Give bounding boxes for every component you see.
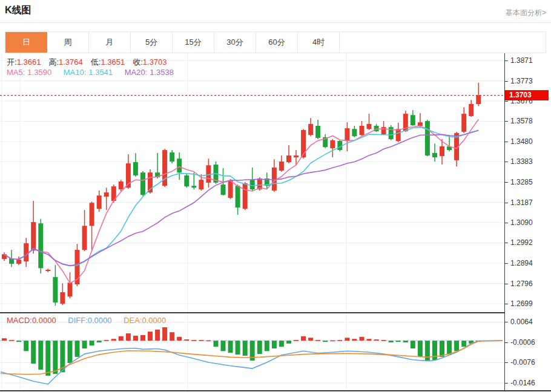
tab-60分[interactable]: 60分 [256,32,298,53]
macd-bar [367,339,372,341]
candle [243,182,248,210]
macd-bar [425,341,430,361]
ma5-label: MA5: [7,68,25,77]
macd-bar [111,339,116,341]
candle [133,153,138,177]
macd-bar [206,341,211,342]
axis-tick [505,304,508,304]
candle [272,159,277,192]
page-header: K线图 基本面分析> [0,0,551,22]
ma20-value: 1.3538 [150,68,174,77]
candle [315,120,320,139]
candle [447,135,452,151]
candle [31,201,36,253]
macd-bar [31,341,36,364]
macd-bar [16,341,21,342]
diff-label: DIFF: [68,316,88,325]
axis-tick [505,203,508,203]
candle [170,150,174,163]
high-value: 1.3764 [59,57,83,67]
candlestick-chart[interactable] [0,53,504,313]
candle [155,153,160,178]
axis-tick [505,342,508,343]
macd-bar [2,338,7,341]
macd-bar [221,341,226,351]
macd-bar [461,341,466,347]
macd-bar [403,341,408,342]
macd-bar [440,341,444,357]
candle [418,113,423,127]
axis-tick [505,121,508,122]
tab-4时[interactable]: 4时 [298,32,340,53]
macd-bar [374,339,379,341]
candle [236,185,240,215]
candle [191,172,196,189]
candle [68,272,73,298]
candle [2,252,7,261]
macd-bar [279,341,284,347]
ma20-line [4,131,478,266]
candle [469,100,473,117]
macd-bar [301,336,306,341]
macd-bar [155,330,160,341]
dea-label: DEA: [124,316,142,325]
macd-bar [199,340,203,341]
axis-tick [505,81,508,82]
axis-tick [505,383,508,384]
diff-value: 0.0000 [88,316,112,325]
period-tabbar: 日周月5分15分30分60分4时 [5,31,546,53]
candle [140,171,145,196]
macd-bar [53,341,58,374]
close-value: 1.3703 [143,57,167,67]
axis-tick [505,362,508,363]
macd-bar [411,341,415,348]
candle [53,265,58,305]
macd-histogram [2,327,481,376]
macd-bar [360,337,365,341]
header-divider [0,22,551,23]
tab-月[interactable]: 月 [89,32,131,53]
axis-label: 1.3480 [510,137,533,146]
macd-bar [396,341,401,342]
candle [381,121,386,135]
macd-bar [162,327,167,341]
axis-label: 1.3383 [510,157,533,166]
candle [461,107,466,133]
tab-周[interactable]: 周 [47,32,89,53]
macd-bar [381,340,386,341]
high-label: 高: [48,57,59,67]
axis-tick [505,322,508,322]
candle [425,120,430,156]
bottom-axis-line [0,390,551,391]
macd-bar [68,341,73,363]
fundamental-analysis-link[interactable]: 基本面分析> [506,8,546,18]
axis-label: 1.3773 [510,77,533,85]
low-label: 低: [91,57,101,67]
macd-bar [337,340,342,341]
close-label: 收: [133,57,143,67]
candle [206,158,211,188]
axis-tick [505,223,508,223]
axis-label: 1.3871 [510,56,533,65]
tab-15分[interactable]: 15分 [173,32,214,53]
macd-label: MACD: [7,316,32,325]
tab-5分[interactable]: 5分 [131,32,173,53]
candle [352,126,357,137]
candle [345,122,349,151]
macd-bar [345,338,349,341]
diff-value-info: DIFF:0.0000 [68,316,111,325]
price-axis: 1.3703 1.38711.37731.36761.35781.34801.3… [504,53,551,391]
axis-tick [505,162,508,162]
axis-label: 1.2894 [510,259,533,267]
macd-bar [90,341,94,345]
axis-tick [505,60,508,61]
macd-bar [432,341,437,360]
candle [367,114,372,130]
page-title: K线图 [5,4,31,17]
tab-日[interactable]: 日 [5,32,47,53]
tab-30分[interactable]: 30分 [214,32,256,53]
macd-info: MACD:0.0000 DIFF:0.0000 DEA:0.0000 [7,316,176,325]
macd-bar [170,332,174,341]
macd-chart[interactable] [0,313,504,391]
candle [323,134,328,148]
